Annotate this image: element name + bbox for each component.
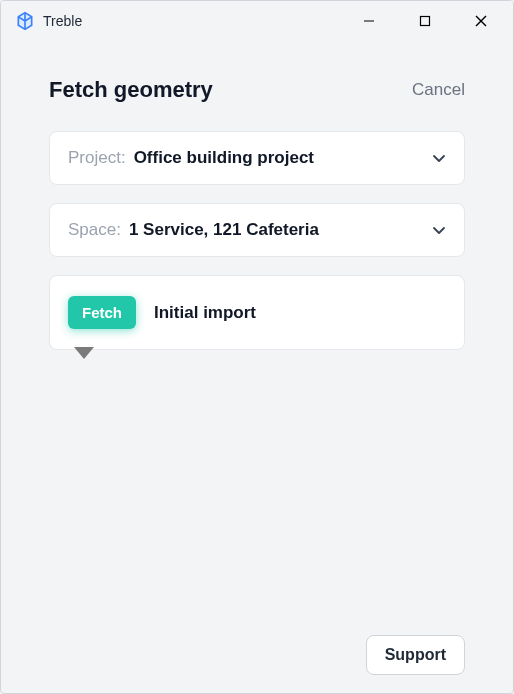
close-button[interactable]	[453, 1, 509, 41]
maximize-button[interactable]	[397, 1, 453, 41]
window-title: Treble	[43, 13, 341, 29]
app-icon	[15, 11, 35, 31]
titlebar: Treble	[1, 1, 513, 41]
chevron-down-icon	[432, 151, 446, 165]
fetch-button[interactable]: Fetch	[68, 296, 136, 329]
window-controls	[341, 1, 509, 41]
chevron-down-icon	[432, 223, 446, 237]
project-label: Project:	[68, 148, 126, 168]
svg-rect-1	[421, 17, 430, 26]
pointer-arrow-icon	[74, 347, 94, 359]
content-area: Fetch geometry Cancel Project: Office bu…	[1, 41, 513, 350]
space-dropdown[interactable]: Space: 1 Service, 121 Cafeteria	[49, 203, 465, 257]
fetch-label: Initial import	[154, 303, 256, 323]
minimize-button[interactable]	[341, 1, 397, 41]
space-label: Space:	[68, 220, 121, 240]
page-title: Fetch geometry	[49, 77, 213, 103]
fetch-card: Fetch Initial import	[49, 275, 465, 350]
space-value: 1 Service, 121 Cafeteria	[129, 220, 432, 240]
project-value: Office building project	[134, 148, 432, 168]
cancel-button[interactable]: Cancel	[412, 80, 465, 100]
support-button[interactable]: Support	[366, 635, 465, 675]
project-dropdown[interactable]: Project: Office building project	[49, 131, 465, 185]
header-row: Fetch geometry Cancel	[49, 77, 465, 103]
